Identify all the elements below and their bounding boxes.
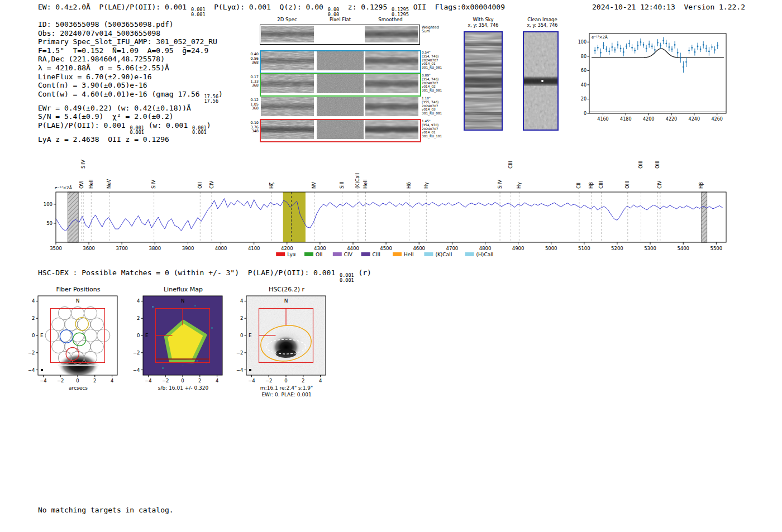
svg-text:3500: 3500 — [50, 246, 62, 251]
noise-image — [365, 120, 418, 139]
lineflux-map-panel: Lineflux Map NE−4−2024−4−2024 s/b: 16.01… — [127, 286, 239, 403]
svg-text:CIII: CIII — [598, 181, 604, 189]
svg-text:HeII: HeII — [363, 179, 368, 189]
cutout-row-weights: 0.400.56368 — [246, 52, 259, 65]
fiber-cutout-row — [260, 96, 421, 119]
svg-text:4260: 4260 — [712, 117, 723, 122]
info-line: P(LAE)/P(OII): 0.001 0.0010.001 (w: 0.00… — [38, 121, 223, 135]
svg-text:5000: 5000 — [545, 246, 557, 251]
spectral-cutouts: 2D SpecPixel FlatSmoothedWeightedSum0.40… — [246, 16, 447, 145]
svg-text:4900: 4900 — [512, 246, 524, 251]
svg-text:SiIV: SiIV — [151, 180, 156, 189]
svg-text:4: 4 — [32, 298, 35, 304]
svg-text:Hδ: Hδ — [406, 182, 412, 189]
svg-text:e⁻¹⁷×2Å: e⁻¹⁷×2Å — [55, 185, 73, 190]
timestamp-text: 2024-10-21 12:40:13 — [592, 3, 675, 11]
svg-text:(H)CaII: (H)CaII — [476, 252, 494, 257]
info-line: S/N = 5.4(±0.9) χ² = 2.0(±0.2) — [38, 112, 223, 121]
svg-text:0: 0 — [181, 378, 184, 384]
info-line: Cont(n) = 3.90(±0.05)e-16 — [38, 81, 223, 90]
svg-text:−4: −4 — [28, 367, 35, 373]
svg-text:E: E — [249, 333, 252, 338]
svg-text:CIII: CIII — [373, 252, 380, 257]
header-metrics-line: EW: 0.4±2.0Å P(LAE)/P(OII): 0.001 0.0010… — [38, 3, 505, 17]
svg-text:CIV: CIV — [657, 181, 662, 189]
svg-text:4600: 4600 — [413, 246, 425, 251]
cutout-row-meta: 1.45"(354, 970)20240707v014_01301_RU_101 — [422, 119, 442, 138]
svg-text:OIII: OIII — [638, 161, 643, 169]
svg-text:OII: OII — [197, 182, 203, 189]
svg-text:4: 4 — [216, 378, 218, 384]
svg-text:e⁻¹⁷×2Å: e⁻¹⁷×2Å — [592, 35, 608, 40]
svg-text:2: 2 — [240, 315, 243, 321]
hsc-dex-line: HSC-DEX : Possible Matches = 0 (within +… — [38, 269, 371, 282]
header-timestamp: 2024-10-21 12:40:13 Version 1.22.2 — [592, 3, 745, 12]
svg-text:N: N — [76, 298, 80, 304]
clean-image — [523, 31, 559, 131]
weighted-sum-label: WeightedSum — [422, 26, 439, 33]
svg-text:4300: 4300 — [314, 246, 326, 251]
fiber-positions-title: Fiber Positions — [22, 286, 134, 293]
svg-text:CIV: CIV — [344, 252, 353, 257]
info-line: RA,Dec (221.984604,48.725578) — [38, 55, 223, 64]
stacked-fraction: 0.0010.001 — [192, 126, 207, 135]
svg-text:4000: 4000 — [215, 246, 227, 251]
lineflux-caption: s/b: 16.01 +/- 0.320 — [127, 385, 239, 391]
svg-text:2: 2 — [137, 315, 140, 321]
svg-text:2: 2 — [32, 315, 35, 321]
svg-text:3600: 3600 — [83, 246, 95, 251]
info-line: LineFlux = 6.70(±2.90)e-16 — [38, 73, 223, 82]
cutout-row-weights: 0.103.76348 — [246, 121, 259, 134]
noise-image — [317, 120, 364, 139]
svg-text:3800: 3800 — [149, 246, 161, 251]
svg-text:4700: 4700 — [446, 246, 459, 251]
noise-image — [317, 51, 364, 70]
svg-text:−2: −2 — [133, 350, 140, 356]
svg-text:Hβ: Hβ — [588, 182, 594, 189]
info-line: Primary Spec_Slot_IFU_AMP: 301_052_072_R… — [38, 37, 223, 46]
svg-text:5100: 5100 — [578, 246, 590, 251]
svg-text:E: E — [40, 333, 44, 338]
svg-text:(K)CaII: (K)CaII — [355, 173, 360, 189]
svg-text:0: 0 — [32, 333, 35, 338]
svg-text:Hζ: Hζ — [269, 183, 274, 189]
fiber-positions-svg: NE−4−2024−4−2024 — [22, 294, 134, 390]
version-text: Version 1.22.2 — [684, 3, 745, 11]
svg-text:20: 20 — [581, 97, 586, 102]
svg-text:4: 4 — [137, 298, 140, 304]
svg-text:4400: 4400 — [347, 246, 359, 251]
target-info-block: ID: 5003655098 (5003655098.pdf)Obs: 2024… — [38, 20, 223, 144]
svg-text:−2: −2 — [236, 350, 244, 356]
lineflux-title: Lineflux Map — [127, 286, 239, 293]
clean-image-title: Clean Image — [516, 17, 569, 22]
stacked-fraction: 0.0010.001 — [191, 7, 206, 17]
svg-text:−4: −4 — [236, 367, 244, 373]
svg-text:5500: 5500 — [710, 246, 722, 251]
fiber-positions-panel: Fiber Positions NE−4−2024−4−2024 arcsecs — [22, 286, 134, 403]
svg-text:N: N — [284, 298, 288, 304]
info-line: EWr = 0.49(±0.22) (w: 0.42(±0.18))Å — [38, 104, 223, 113]
fiber-xlabel: arcsecs — [22, 385, 134, 391]
stacked-fraction: 0.0010.001 — [340, 273, 354, 282]
noise-image — [524, 32, 557, 130]
svg-text:SiII: SiII — [339, 181, 345, 189]
svg-text:100: 100 — [578, 40, 586, 45]
noise-image — [261, 74, 314, 93]
svg-text:−4: −4 — [248, 378, 255, 384]
clean-image-coords: x, y: 354, 746 — [516, 23, 569, 28]
svg-text:4: 4 — [111, 378, 113, 384]
svg-text:−4: −4 — [133, 367, 140, 373]
svg-text:4: 4 — [319, 378, 322, 384]
with-sky-image — [464, 31, 503, 131]
svg-text:(K)CaII: (K)CaII — [435, 252, 452, 257]
hsc-caption-1: m:16.1 re:2.4" s:1.9" — [231, 385, 342, 391]
svg-text:5300: 5300 — [644, 246, 656, 251]
cutout-row-meta: 1.10"(355, 746)20240707v014_03301_RU_081 — [422, 97, 442, 116]
svg-text:0: 0 — [584, 111, 586, 116]
svg-text:0: 0 — [137, 333, 140, 338]
svg-text:CIII: CIII — [508, 161, 513, 169]
svg-text:0: 0 — [284, 378, 287, 384]
hsc-image: NE−4−2024−4−2024 — [231, 294, 342, 392]
noise-image — [261, 51, 314, 70]
svg-text:−2: −2 — [265, 378, 273, 384]
